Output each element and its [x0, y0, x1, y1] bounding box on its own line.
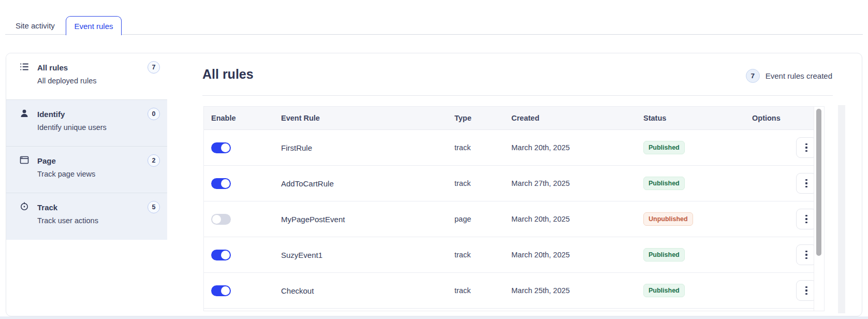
event-rule-type: track — [454, 286, 511, 295]
enable-toggle[interactable] — [211, 285, 231, 296]
sidebar-item-title: Identify — [37, 110, 148, 119]
tab-event-rules[interactable]: Event rules — [66, 16, 122, 35]
toggle-knob — [212, 215, 221, 224]
enable-toggle[interactable] — [211, 250, 231, 260]
kebab-icon — [805, 286, 807, 295]
event-rules-summary: 7 Event rules created — [746, 69, 832, 83]
status-badge: Published — [643, 141, 685, 154]
sidebar-item-page[interactable]: Page 2 Track page views — [6, 147, 167, 193]
list-icon — [20, 62, 30, 72]
toggle-knob — [221, 286, 230, 295]
column-header-enable: Enable — [211, 114, 281, 122]
window-icon — [20, 155, 30, 166]
event-rule-type: track — [454, 143, 511, 152]
sidebar-item-identify[interactable]: Identify 0 Identify unique users — [6, 100, 167, 147]
event-rule-created: March 25th, 2025 — [511, 286, 643, 295]
tab-bar: Site activity Event rules — [0, 0, 868, 35]
event-rule-created: March 20th, 2025 — [511, 251, 643, 259]
scrollbar-thumb[interactable] — [816, 109, 821, 256]
header-divider — [202, 95, 833, 96]
status-badge: Published — [643, 284, 685, 297]
status-badge: Published — [643, 177, 685, 190]
column-header-type: Type — [454, 114, 511, 122]
event-rule-type: page — [454, 215, 511, 223]
toggle-knob — [221, 143, 230, 152]
rule-count-badge: 0 — [148, 108, 160, 120]
enable-toggle[interactable] — [211, 214, 231, 225]
toggle-knob — [221, 251, 230, 259]
kebab-icon — [805, 215, 807, 224]
sidebar-item-title: Track — [37, 203, 148, 212]
sidebar-item-subtitle: All deployed rules — [37, 77, 148, 85]
summary-label: Event rules created — [766, 71, 832, 80]
kebab-icon — [805, 251, 807, 259]
page-background-strip — [0, 316, 868, 319]
tab-bar-divider — [5, 34, 863, 35]
table-header-row: Enable Event Rule Type Created Status Op… — [204, 107, 824, 130]
sidebar-item-title: All rules — [37, 63, 148, 72]
summary-count-badge: 7 — [746, 69, 760, 83]
event-rules-table: Enable Event Rule Type Created Status Op… — [203, 106, 825, 311]
table-row: AddToCartRule track March 27th, 2025 Pub… — [204, 166, 824, 201]
column-header-event-rule: Event Rule — [281, 114, 454, 122]
page-title: All rules — [202, 67, 254, 82]
rule-count-badge: 7 — [148, 61, 160, 74]
toggle-knob — [221, 179, 230, 188]
table-row: SuzyEvent1 track March 20th, 2025 Publis… — [204, 237, 824, 273]
table-row: Checkout track March 25th, 2025 Publishe… — [204, 273, 824, 309]
event-rule-name: AddToCartRule — [281, 179, 454, 188]
enable-toggle[interactable] — [211, 178, 231, 189]
rule-count-badge: 2 — [148, 154, 160, 167]
enable-toggle[interactable] — [211, 142, 231, 153]
table-scrollbar[interactable] — [814, 107, 824, 311]
status-badge: Unpublished — [643, 212, 693, 226]
target-icon — [20, 202, 30, 212]
sidebar-item-subtitle: Identify unique users — [37, 123, 148, 132]
tab-site-activity[interactable]: Site activity — [16, 16, 55, 35]
event-rule-name: FirstRule — [281, 143, 454, 152]
kebab-icon — [805, 143, 807, 152]
content-scrollbar-track[interactable] — [838, 105, 845, 313]
sidebar-item-track[interactable]: Track 5 Track user actions — [6, 193, 167, 240]
user-icon — [20, 109, 30, 119]
all-rules-content: All rules 7 Event rules created Enable E… — [167, 53, 862, 316]
event-rule-created: March 20th, 2025 — [511, 143, 643, 152]
event-rule-type: track — [454, 251, 511, 259]
table-row: MyPagePostEvent page March 20th, 2025 Un… — [204, 201, 824, 237]
rule-count-badge: 5 — [148, 201, 160, 213]
column-header-created: Created — [511, 114, 643, 122]
sidebar-item-title: Page — [37, 156, 148, 165]
kebab-icon — [805, 179, 807, 188]
sidebar-item-all-rules[interactable]: All rules 7 All deployed rules — [6, 53, 167, 100]
event-rule-name: Checkout — [281, 286, 454, 295]
event-rule-created: March 20th, 2025 — [511, 215, 643, 223]
table-row: FirstRule track March 20th, 2025 Publish… — [204, 130, 824, 166]
event-rule-created: March 27th, 2025 — [511, 179, 643, 187]
sidebar-item-subtitle: Track page views — [37, 170, 148, 178]
event-rules-panel: All rules 7 All deployed rules Identify … — [6, 53, 862, 316]
event-rule-type: track — [454, 179, 511, 187]
sidebar-item-subtitle: Track user actions — [37, 216, 148, 225]
status-badge: Published — [643, 248, 685, 262]
rule-category-sidebar: All rules 7 All deployed rules Identify … — [6, 53, 167, 316]
event-rule-name: SuzyEvent1 — [281, 251, 454, 259]
event-rule-name: MyPagePostEvent — [281, 215, 454, 224]
column-header-status: Status — [643, 114, 752, 122]
